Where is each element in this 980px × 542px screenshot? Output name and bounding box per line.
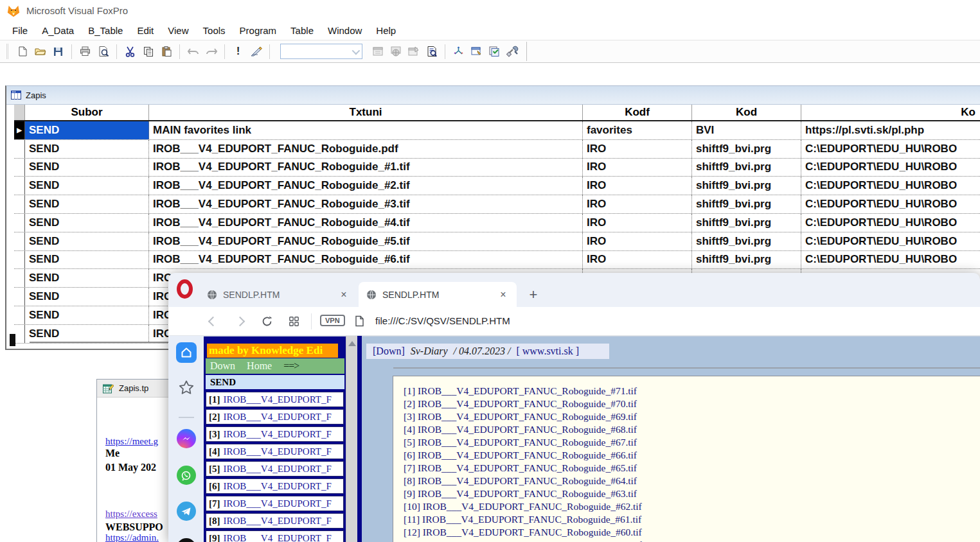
file-link-item[interactable]: [3] IROB___V4_EDUPORT_F bbox=[206, 426, 344, 442]
record-selector-cell[interactable] bbox=[14, 140, 25, 158]
frame-divider[interactable] bbox=[357, 336, 362, 542]
cell-kod2[interactable]: C:\EDUPORT\EDU_HU\ROBO bbox=[801, 251, 980, 269]
form-button[interactable] bbox=[405, 44, 422, 60]
sidebar-app-icon[interactable] bbox=[177, 538, 196, 542]
cell-kod2[interactable]: C:\EDUPORT\EDU_HU\ROBO bbox=[801, 140, 980, 158]
item-link-text[interactable]: IROB___V4_EDUPORT_F bbox=[224, 464, 332, 475]
zapis-window-titlebar[interactable]: Zapis bbox=[6, 86, 980, 105]
opera-logo-icon[interactable] bbox=[177, 279, 193, 299]
cell-txtuni[interactable]: IROB___V4_EDUPORT_FANUC_Roboguide_#2.tif bbox=[149, 177, 583, 195]
database-combobox[interactable] bbox=[280, 44, 362, 59]
cell-subor[interactable]: SEND bbox=[25, 195, 149, 213]
file-link-item[interactable]: [7] IROB___V4_EDUPORT_F bbox=[206, 496, 344, 511]
cell-txtuni[interactable]: MAIN favorites link bbox=[149, 121, 583, 139]
combobox-dropdown-icon[interactable] bbox=[349, 46, 361, 57]
cell-txtuni[interactable]: IROB___V4_EDUPORT_FANUC_Roboguide_#6.tif bbox=[149, 251, 583, 269]
file-link-item[interactable]: [1] IROB___V4_EDUPORT_F bbox=[206, 392, 344, 407]
print-preview-button[interactable] bbox=[95, 44, 111, 60]
command-window-button[interactable] bbox=[370, 44, 386, 60]
cell-kod[interactable]: BVI bbox=[692, 121, 801, 139]
cell-kod[interactable]: shiftf9_bvi.prg bbox=[692, 232, 801, 250]
home-link[interactable]: Home bbox=[247, 358, 272, 374]
cell-subor[interactable]: SEND bbox=[25, 232, 149, 250]
record-selector-cell[interactable] bbox=[14, 288, 25, 306]
menu-item[interactable]: Help bbox=[369, 22, 403, 39]
menu-item[interactable]: File bbox=[5, 22, 35, 39]
record-selector-cell[interactable] bbox=[14, 214, 25, 232]
bookmarks-star-icon[interactable] bbox=[178, 380, 195, 396]
tab-sendlp-2[interactable]: SENDLP.HTM bbox=[359, 282, 517, 307]
start-page-button[interactable] bbox=[176, 342, 197, 363]
cell-subor[interactable]: SEND bbox=[25, 269, 149, 287]
down-anchor-link[interactable]: [Down] bbox=[373, 345, 405, 357]
record-selector-cell[interactable] bbox=[14, 251, 25, 269]
tab-sendlp-1[interactable]: SENDLP.HTM bbox=[199, 282, 357, 307]
new-button[interactable] bbox=[14, 44, 30, 60]
record-selector-cell[interactable] bbox=[14, 232, 25, 250]
menu-item[interactable]: View bbox=[161, 22, 195, 39]
file-link-item[interactable]: [12] IROB___V4_EDUPORT_FANUC_Roboguide_#… bbox=[404, 526, 980, 539]
redo-button[interactable] bbox=[203, 44, 219, 60]
run-button[interactable]: ! bbox=[230, 44, 246, 60]
forward-button[interactable] bbox=[235, 317, 245, 327]
left-frame-scrollbar[interactable] bbox=[346, 336, 357, 542]
toolbar-grip[interactable] bbox=[6, 44, 8, 59]
save-button[interactable] bbox=[50, 44, 66, 60]
messenger-icon[interactable] bbox=[177, 429, 196, 448]
reload-button[interactable] bbox=[261, 315, 273, 328]
file-link-item[interactable]: [2] IROB___V4_EDUPORT_F bbox=[206, 409, 344, 424]
cell-subor[interactable]: SEND bbox=[25, 140, 149, 158]
column-header-kod[interactable]: Kod bbox=[692, 105, 801, 120]
item-link-text[interactable]: IROB___V4_EDUPORT_F bbox=[224, 498, 332, 509]
record-selector-cell[interactable] bbox=[14, 306, 25, 324]
cell-kodf[interactable]: IRO bbox=[583, 195, 692, 213]
cell-txtuni[interactable]: IROB___V4_EDUPORT_FANUC_Roboguide.pdf bbox=[149, 140, 583, 158]
modify-form-button[interactable] bbox=[248, 44, 264, 60]
record-selector-header[interactable] bbox=[14, 105, 25, 120]
print-button[interactable] bbox=[77, 44, 93, 60]
file-link-item[interactable]: [2] IROB___V4_EDUPORT_FANUC_Roboguide_#7… bbox=[404, 398, 980, 410]
file-link-item[interactable]: [10] IROB___V4_EDUPORT_FANUC_Roboguide_#… bbox=[404, 500, 980, 513]
cell-txtuni[interactable]: IROB___V4_EDUPORT_FANUC_Roboguide_#4.tif bbox=[149, 214, 583, 232]
cell-subor[interactable]: SEND bbox=[25, 177, 149, 195]
cell-kodf[interactable]: IRO bbox=[583, 159, 692, 177]
report-designer-button[interactable] bbox=[486, 44, 503, 60]
file-link-item[interactable]: [6] IROB___V4_EDUPORT_FANUC_Roboguide_#6… bbox=[404, 449, 980, 462]
tab-close-icon[interactable] bbox=[338, 289, 350, 301]
cell-subor[interactable]: SEND bbox=[25, 121, 149, 139]
cell-kodf[interactable]: IRO bbox=[583, 251, 692, 269]
page-icon[interactable] bbox=[355, 315, 364, 327]
cell-txtuni[interactable]: IROB___V4_EDUPORT_FANUC_Roboguide_#5.tif bbox=[149, 232, 583, 250]
cell-kod[interactable]: shiftf9_bvi.prg bbox=[692, 177, 801, 195]
menu-item[interactable]: Window bbox=[321, 22, 369, 39]
speed-dial-tiles-icon[interactable] bbox=[289, 317, 299, 326]
down-link[interactable]: Down bbox=[210, 358, 235, 374]
whatsapp-icon[interactable] bbox=[177, 466, 196, 485]
menu-item[interactable]: B_Table bbox=[81, 22, 130, 39]
scroll-up-icon[interactable] bbox=[348, 341, 356, 346]
column-header-txtuni[interactable]: Txtuni bbox=[149, 105, 583, 120]
paste-button[interactable] bbox=[158, 44, 174, 60]
cell-kod[interactable]: shiftf9_bvi.prg bbox=[692, 214, 801, 232]
cell-kodf[interactable]: IRO bbox=[583, 177, 692, 195]
menu-item[interactable]: Table bbox=[283, 22, 321, 39]
cut-button[interactable] bbox=[122, 44, 138, 60]
file-link-item[interactable]: [13] IROB___V4_EDUPORT_FANUC_Roboguide_#… bbox=[404, 539, 980, 542]
form-designer-button[interactable] bbox=[468, 44, 485, 60]
file-link-item[interactable]: [5] IROB___V4_EDUPORT_FANUC_Roboguide_#6… bbox=[404, 436, 980, 449]
new-tab-button[interactable] bbox=[526, 287, 541, 302]
component-gallery-button[interactable] bbox=[450, 44, 467, 60]
file-link-item[interactable]: [7] IROB___V4_EDUPORT_FANUC_Roboguide_#6… bbox=[404, 462, 980, 475]
cell-subor[interactable]: SEND bbox=[25, 306, 149, 324]
cell-kod2[interactable]: C:\EDUPORT\EDU_HU\ROBO bbox=[801, 214, 980, 232]
column-header-kodf[interactable]: Kodf bbox=[583, 105, 692, 120]
cell-kod2[interactable]: C:\EDUPORT\EDU_HU\ROBO bbox=[801, 159, 980, 177]
cell-kod[interactable]: shiftf9_bvi.prg bbox=[692, 159, 801, 177]
cell-kod2[interactable]: C:\EDUPORT\EDU_HU\ROBO bbox=[801, 232, 980, 250]
cell-subor[interactable]: SEND bbox=[25, 214, 149, 232]
record-selector-cell[interactable] bbox=[14, 159, 25, 177]
item-link-text[interactable]: IROB___V4_EDUPORT_F bbox=[224, 481, 332, 492]
file-link-item[interactable]: [8] IROB___V4_EDUPORT_F bbox=[206, 513, 344, 529]
vpn-badge[interactable]: VPN bbox=[320, 315, 345, 326]
cell-kodf[interactable]: IRO bbox=[583, 232, 692, 250]
